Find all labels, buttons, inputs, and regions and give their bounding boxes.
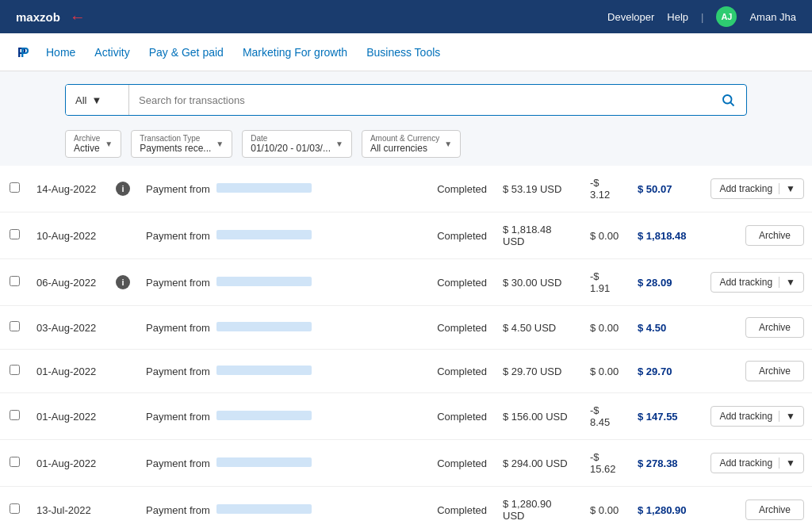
filter-btn-inner-0: Archive Active bbox=[74, 134, 100, 154]
search-input[interactable] bbox=[129, 85, 710, 115]
row-status: Completed bbox=[429, 166, 495, 212]
archive-button[interactable]: Archive bbox=[745, 317, 804, 338]
row-checkbox-cell bbox=[0, 393, 29, 440]
row-checkbox-cell bbox=[0, 440, 29, 487]
transactions-table-area: 14-Aug-2022 i Payment from Completed $ 5… bbox=[0, 166, 812, 532]
add-tracking-button[interactable]: Add tracking ▼ bbox=[710, 272, 804, 293]
table-row: 01-Aug-2022 Payment from Completed $ 294… bbox=[0, 440, 812, 487]
chevron-down-icon[interactable]: ▼ bbox=[779, 411, 795, 422]
help-link[interactable]: Help bbox=[667, 11, 688, 23]
nav-home[interactable]: Home bbox=[46, 46, 75, 59]
filter-label-top-2: Date bbox=[251, 134, 331, 143]
blurred-name bbox=[216, 366, 312, 375]
filter-btn-3[interactable]: Amount & Currency All currencies ▼ bbox=[362, 130, 461, 158]
row-status: Completed bbox=[429, 440, 495, 487]
row-description: Payment from bbox=[138, 440, 429, 487]
filter-chevron-icon-2: ▼ bbox=[335, 140, 343, 148]
row-status: Completed bbox=[429, 487, 495, 533]
chevron-down-icon[interactable]: ▼ bbox=[779, 183, 795, 194]
arrow-icon: ← bbox=[70, 8, 86, 26]
search-filter-dropdown[interactable]: All ▼ bbox=[66, 85, 129, 115]
archive-button[interactable]: Archive bbox=[745, 361, 804, 381]
row-fee: $ 0.00 bbox=[582, 306, 630, 350]
blurred-name bbox=[216, 411, 312, 420]
row-checkbox[interactable] bbox=[10, 182, 20, 193]
filter-chevron-icon-3: ▼ bbox=[444, 140, 452, 148]
row-checkbox[interactable] bbox=[10, 276, 20, 286]
add-tracking-button[interactable]: Add tracking ▼ bbox=[710, 406, 804, 427]
filter-label-top-1: Transaction Type bbox=[140, 134, 211, 143]
table-row: 10-Aug-2022 Payment from Completed $ 1,8… bbox=[0, 212, 812, 259]
row-info bbox=[108, 487, 138, 533]
row-amount: $ 53.19 USD bbox=[495, 166, 582, 212]
brand-name[interactable]: maxzob bbox=[16, 10, 60, 24]
row-checkbox[interactable] bbox=[10, 229, 20, 239]
row-description: Payment from bbox=[138, 212, 429, 259]
row-checkbox-cell bbox=[0, 306, 29, 350]
row-net: $ 1,280.90 bbox=[630, 487, 701, 533]
row-info bbox=[108, 350, 138, 393]
row-status: Completed bbox=[429, 393, 495, 440]
row-status: Completed bbox=[429, 212, 495, 259]
row-checkbox[interactable] bbox=[10, 365, 20, 375]
row-date: 06-Aug-2022 bbox=[29, 259, 108, 306]
top-bar-right: Developer Help | AJ Aman Jha bbox=[607, 6, 796, 27]
nav-activity[interactable]: Activity bbox=[94, 46, 129, 59]
svg-point-3 bbox=[723, 95, 732, 104]
search-filter-label: All bbox=[75, 94, 86, 106]
nav-business-tools[interactable]: Business Tools bbox=[366, 46, 440, 59]
chevron-down-icon[interactable]: ▼ bbox=[779, 277, 795, 288]
search-button[interactable] bbox=[710, 93, 746, 107]
row-date: 01-Aug-2022 bbox=[29, 350, 108, 393]
filter-btn-2[interactable]: Date 01/10/20 - 01/03/... ▼ bbox=[242, 130, 352, 158]
filter-chevron-icon-0: ▼ bbox=[105, 140, 113, 148]
username: Aman Jha bbox=[749, 11, 796, 23]
nav-pay-get-paid[interactable]: Pay & Get paid bbox=[149, 46, 224, 59]
developer-link[interactable]: Developer bbox=[607, 11, 654, 23]
add-tracking-label: Add tracking bbox=[719, 411, 779, 422]
info-icon[interactable]: i bbox=[116, 182, 130, 196]
filter-btn-0[interactable]: Archive Active ▼ bbox=[65, 130, 121, 158]
row-net: $ 50.07 bbox=[630, 166, 701, 212]
row-net: $ 4.50 bbox=[630, 306, 701, 350]
row-checkbox[interactable] bbox=[10, 410, 20, 420]
row-checkbox[interactable] bbox=[10, 321, 20, 331]
row-checkbox[interactable] bbox=[10, 457, 20, 467]
blurred-name bbox=[216, 183, 312, 193]
filter-chevron-icon-1: ▼ bbox=[216, 140, 224, 148]
row-amount: $ 294.00 USD bbox=[495, 440, 582, 487]
row-action: Add tracking ▼ bbox=[701, 440, 812, 487]
row-checkbox[interactable] bbox=[10, 503, 20, 514]
add-tracking-label: Add tracking bbox=[719, 183, 779, 194]
nav-marketing[interactable]: Marketing For growth bbox=[243, 46, 347, 59]
row-amount: $ 1,280.90 USD bbox=[495, 487, 582, 533]
row-checkbox-cell bbox=[0, 487, 29, 533]
archive-button[interactable]: Archive bbox=[745, 499, 804, 520]
chevron-down-icon: ▼ bbox=[91, 94, 102, 106]
chevron-down-icon[interactable]: ▼ bbox=[779, 457, 795, 469]
row-date: 03-Aug-2022 bbox=[29, 306, 108, 350]
row-status: Completed bbox=[429, 350, 495, 393]
filter-btn-1[interactable]: Transaction Type Payments rece... ▼ bbox=[131, 130, 232, 158]
blurred-name bbox=[216, 322, 312, 331]
row-status: Completed bbox=[429, 259, 495, 306]
row-action: Archive bbox=[701, 487, 812, 533]
info-icon[interactable]: i bbox=[116, 275, 130, 289]
row-fee: $ 0.00 bbox=[582, 487, 630, 533]
row-checkbox-cell bbox=[0, 212, 29, 259]
table-row: 13-Jul-2022 Payment from Completed $ 1,2… bbox=[0, 487, 812, 533]
row-date: 14-Aug-2022 bbox=[29, 166, 108, 212]
row-checkbox-cell bbox=[0, 259, 29, 306]
search-bar: All ▼ bbox=[65, 84, 747, 116]
row-date: 13-Jul-2022 bbox=[29, 487, 108, 533]
add-tracking-button[interactable]: Add tracking ▼ bbox=[710, 178, 804, 199]
svg-line-4 bbox=[730, 102, 733, 105]
archive-button[interactable]: Archive bbox=[745, 225, 804, 246]
add-tracking-button[interactable]: Add tracking ▼ bbox=[710, 453, 804, 473]
row-fee: -$ 3.12 bbox=[582, 166, 630, 212]
row-status: Completed bbox=[429, 306, 495, 350]
blurred-name bbox=[216, 230, 312, 239]
filter-btn-inner-1: Transaction Type Payments rece... bbox=[140, 134, 211, 154]
row-description: Payment from bbox=[138, 306, 429, 350]
row-info: i bbox=[108, 166, 138, 212]
